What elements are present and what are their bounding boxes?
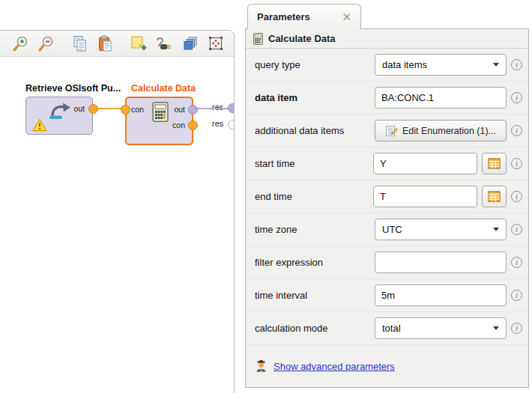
output-port-out[interactable] <box>188 105 198 115</box>
tab-parameters[interactable]: Parameters ✕ <box>247 4 361 29</box>
result-label-1: res <box>212 103 223 112</box>
advanced-parameters-row: Show advanced parameters <box>246 345 528 387</box>
filter-expression-input[interactable] <box>375 252 507 273</box>
param-label: end time <box>255 191 373 202</box>
param-label: filter expression <box>255 257 375 268</box>
info-icon[interactable] <box>511 224 522 235</box>
end-time-calendar-button[interactable] <box>482 186 507 207</box>
fit-view-icon[interactable] <box>206 34 225 53</box>
selected-value: UTC <box>382 224 402 235</box>
port-label-con-in: con <box>131 105 144 114</box>
selected-operator-name: Calculate Data <box>268 33 336 44</box>
operator-calculate-data[interactable]: con out con <box>125 97 193 145</box>
button-label: Edit Enumeration (1)... <box>402 126 496 136</box>
time-zone-dropdown[interactable]: UTC <box>375 219 507 240</box>
operator-retrieve-osisoft[interactable]: out <box>25 97 93 135</box>
connect-ports-icon[interactable] <box>155 34 174 53</box>
chevron-down-icon <box>493 326 499 330</box>
calculation-mode-dropdown[interactable]: total <box>375 317 507 339</box>
port-label-out: out <box>73 104 85 113</box>
selected-value: data items <box>382 59 427 70</box>
chevron-down-icon <box>493 228 499 231</box>
edit-enumeration-button[interactable]: Edit Enumeration (1)... <box>375 120 507 141</box>
paste-icon[interactable] <box>96 34 115 53</box>
close-icon[interactable]: ✕ <box>342 11 351 22</box>
param-label: additional data items <box>255 125 375 136</box>
calendar-icon <box>488 158 501 169</box>
param-row-query-type: query type data items <box>246 49 528 82</box>
selected-value: total <box>382 323 401 334</box>
process-canvas: Retrieve OSIsoft Pu... Calculate Data ou… <box>0 30 235 393</box>
result-port-2[interactable] <box>228 120 235 130</box>
param-row-filter-expression: filter expression <box>246 246 528 279</box>
warning-icon <box>32 118 47 132</box>
start-time-calendar-button[interactable] <box>482 153 507 174</box>
info-icon[interactable] <box>511 125 522 136</box>
info-icon[interactable] <box>511 191 522 202</box>
chevron-down-icon <box>493 63 499 67</box>
canvas-toolbar <box>0 31 234 57</box>
zoom-in-icon[interactable] <box>11 34 30 53</box>
end-time-input[interactable] <box>373 186 477 207</box>
time-interval-input[interactable] <box>375 284 507 306</box>
show-advanced-parameters-link[interactable]: Show advanced parameters <box>273 361 395 372</box>
param-row-start-time: start time <box>246 147 528 180</box>
retrieve-icon <box>46 100 74 121</box>
operator-title-calculate: Calculate Data <box>131 83 196 94</box>
tab-title: Parameters <box>257 11 310 22</box>
param-row-end-time: end time <box>246 180 528 213</box>
calculator-icon <box>253 33 263 45</box>
arrange-operators-icon[interactable] <box>181 34 199 53</box>
info-icon[interactable] <box>511 257 522 268</box>
parameters-panel: Calculate Data query type data items dat… <box>245 28 529 388</box>
calendar-icon <box>488 191 501 202</box>
input-port-con[interactable] <box>121 105 130 115</box>
toolbar-group-zoom <box>11 34 55 53</box>
info-icon[interactable] <box>511 158 522 169</box>
port-label-out: out <box>174 105 185 114</box>
add-note-icon[interactable] <box>130 34 148 53</box>
start-time-input[interactable] <box>373 153 477 174</box>
result-label-2: res <box>212 119 223 128</box>
info-icon[interactable] <box>511 323 522 334</box>
param-row-data-item: data item <box>246 82 528 115</box>
operator-title-retrieve: Retrieve OSIsoft Pu... <box>25 83 121 94</box>
param-row-additional-data-items: additional data items Edit Enumeration (… <box>246 115 528 147</box>
query-type-dropdown[interactable]: data items <box>375 54 507 76</box>
expert-person-icon <box>255 360 267 372</box>
result-port-1[interactable] <box>228 103 235 113</box>
calculator-icon <box>152 102 169 122</box>
param-label: time zone <box>255 224 375 235</box>
param-label: start time <box>255 158 373 169</box>
param-label: query type <box>255 59 375 70</box>
parameters-operator-header: Calculate Data <box>246 29 528 49</box>
info-icon[interactable] <box>511 290 522 301</box>
param-row-time-interval: time interval <box>246 279 528 312</box>
output-port-out[interactable] <box>88 104 98 114</box>
copy-icon[interactable] <box>70 34 89 53</box>
info-icon[interactable] <box>511 92 522 103</box>
edit-list-icon <box>385 125 398 137</box>
port-label-con-through: con <box>172 121 185 130</box>
param-row-calculation-mode: calculation mode total <box>246 312 528 345</box>
output-port-con[interactable] <box>188 121 198 130</box>
param-row-time-zone: time zone UTC <box>246 213 528 246</box>
data-item-input[interactable] <box>375 87 507 109</box>
param-label: time interval <box>255 290 375 301</box>
toolbar-group-clipboard <box>70 34 115 53</box>
toolbar-group-edit <box>130 34 225 53</box>
zoom-out-icon[interactable] <box>37 34 55 53</box>
info-icon[interactable] <box>511 59 522 70</box>
param-label: data item <box>255 92 375 103</box>
param-label: calculation mode <box>255 323 375 334</box>
